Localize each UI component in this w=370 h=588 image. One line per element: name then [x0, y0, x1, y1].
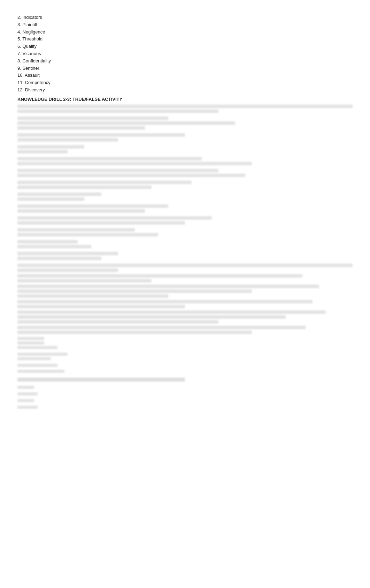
blurred-paragraph-5	[17, 157, 353, 165]
list-item-3: 3. Plaintiff	[17, 21, 353, 29]
blurred-paragraph-10	[17, 216, 353, 225]
blurred-paragraph-1	[17, 105, 353, 113]
list-item-2: 2. Indicators	[17, 14, 353, 21]
list-item-4: 4. Negligence	[17, 29, 353, 36]
blurred-paragraph-11	[17, 228, 353, 236]
list-item-11: 11. Competency	[17, 79, 353, 86]
blurred-paragraph-9	[17, 204, 353, 213]
blurred-separator-4	[17, 300, 353, 308]
blurred-paragraph-13	[17, 252, 353, 260]
numbered-list: 2. Indicators 3. Plaintiff 4. Negligence…	[17, 14, 353, 94]
list-item-6: 6. Quality	[17, 43, 353, 50]
blurred-paragraph-2	[17, 116, 353, 130]
blurred-paragraph-4	[17, 145, 353, 153]
blurred-small-items	[17, 337, 353, 373]
blurred-separator-5	[17, 310, 353, 324]
blurred-separator-3	[17, 285, 353, 298]
blurred-footer-heading	[17, 378, 353, 382]
list-item-7: 7. Vicarious	[17, 50, 353, 58]
blurred-paragraph-3	[17, 133, 353, 142]
section-heading: KNOWLEDGE DRILL 2-3: TRUE/FALSE ACTIVITY	[17, 97, 353, 102]
list-item-8: 8. Confidentiality	[17, 58, 353, 65]
blurred-separator-6	[17, 326, 353, 334]
blurred-bottom-items	[17, 386, 353, 409]
blurred-content-area	[17, 105, 353, 409]
list-item-12: 12. Discovery	[17, 86, 353, 94]
blurred-paragraph-6	[17, 169, 353, 177]
blurred-paragraph-7	[17, 181, 353, 189]
list-item-9: 9. Sentinel	[17, 65, 353, 72]
blurred-separator-1	[17, 264, 353, 272]
list-item-10: 10. Assault	[17, 72, 353, 79]
blurred-separator-2	[17, 274, 353, 282]
blurred-paragraph-8	[17, 193, 353, 201]
blurred-paragraph-12	[17, 240, 353, 248]
list-item-5: 5. Threshold	[17, 36, 353, 43]
